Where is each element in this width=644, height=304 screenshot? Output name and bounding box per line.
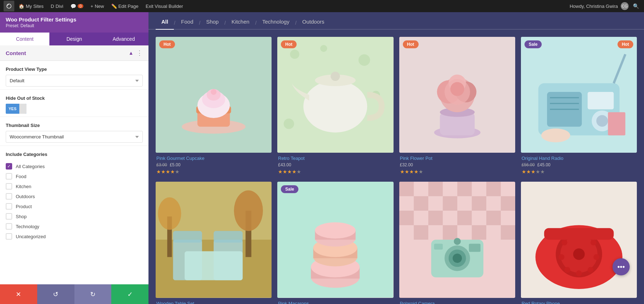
svg-rect-66 [414,196,428,211]
divi-button[interactable]: D Divi [48,2,66,10]
sidebar: Woo Product Filter Settings Preset: Defa… [0,12,148,304]
product-image-wrap[interactable]: Sale [277,182,393,298]
product-image [277,182,393,298]
list-item: Hot Pink Gourmet Cupcake £3.00 £5.00 ★★★… [156,37,272,176]
svg-rect-38 [608,112,625,136]
filter-tab-all[interactable]: All [156,16,174,29]
include-categories-label: Include Categories [6,152,143,157]
svg-rect-70 [399,211,414,225]
list-item: Sale Pink Macarons £25.00 £15.00 ★★★★★ [277,182,393,304]
product-image-wrap[interactable]: Hot [277,37,393,153]
category-technology-checkbox[interactable] [6,223,12,230]
svg-rect-62 [399,182,414,196]
fab-button[interactable]: ••• [613,258,630,275]
svg-rect-74 [414,225,428,240]
exit-builder-button[interactable]: Exit Visual Builder [143,2,186,10]
category-food: Food [6,171,143,181]
svg-point-36 [596,115,608,127]
wordpress-logo[interactable] [4,1,14,11]
product-image [521,37,637,153]
category-product-checkbox[interactable] [6,203,12,210]
category-kitchen-checkbox[interactable] [6,183,12,190]
tab-advanced[interactable]: Advanced [99,33,148,45]
category-kitchen-label: Kitchen [16,184,31,189]
redo-button[interactable]: ↻ [74,284,112,304]
tab-design[interactable]: Design [49,33,99,45]
category-food-checkbox[interactable] [6,173,12,180]
product-image [277,37,393,153]
filter-tab-technology[interactable]: Technology [257,16,295,29]
category-outdoors-checkbox[interactable] [6,193,12,200]
svg-rect-67 [443,196,457,211]
filter-tab-food[interactable]: Food [175,16,199,29]
toggle-no-label [19,104,26,114]
edit-page-button[interactable]: ✏️ Edit Page [108,2,141,10]
hide-out-of-stock-toggle-row: YES [6,104,143,114]
product-view-type-select[interactable]: Default List Grid [6,75,143,87]
section-menu-button[interactable]: ⋮ [136,49,143,57]
content-section-header: Content ▲ ⋮ [0,45,148,61]
svg-point-39 [541,128,570,142]
product-image-wrap[interactable] [521,182,637,298]
product-info: Pink Flower Pot £32.00 ★★★★★ [399,153,515,176]
svg-rect-75 [443,225,457,240]
comments-button[interactable]: 💬 0 [68,2,86,10]
svg-rect-46 [185,251,243,280]
product-image-wrap[interactable]: Hot [399,37,515,153]
product-price: £3.00 £5.00 [156,162,271,167]
product-name: Original Hand Radio [522,156,636,161]
save-button[interactable]: ✓ [111,284,148,304]
product-badge: Hot [159,40,175,48]
redo-icon: ↻ [90,290,96,298]
thumbnail-size-label: Thumbnail Size [6,123,143,128]
product-info: Pink Macarons £25.00 £15.00 ★★★★★ [277,298,393,304]
list-item: Red Rotary Phone £42.00 ★★★★★ [521,182,637,304]
fab-icon: ••• [617,263,625,271]
svg-rect-82 [469,244,480,252]
product-image [156,37,272,153]
product-image-wrap[interactable]: Sale Hot [521,37,637,153]
list-item: Polaroid Camera £200.00 [399,182,515,304]
product-image-wrap[interactable] [156,182,272,298]
product-image-wrap[interactable]: Hot [156,37,272,153]
svg-point-92 [587,267,593,273]
product-info: Wooden Table Set £87.00 [156,298,272,304]
svg-point-95 [558,254,564,260]
thumbnail-size-select[interactable]: Woocommerce Thumbnail Full Medium Large [6,131,143,143]
price-new: £43.00 [278,162,291,167]
filter-tabs: All / Food / Shop / Kitchen / Technology… [148,12,644,30]
product-image [399,37,515,153]
avatar: CG [621,2,629,10]
list-item: Hot Retro Teapot £43.00 ★★★★★ [277,37,393,176]
undo-button[interactable]: ↺ [37,284,74,304]
category-all-checkbox[interactable]: ✓ [6,163,12,170]
sidebar-preset: Preset: Default [6,23,143,28]
search-icon[interactable]: 🔍 [631,2,640,10]
category-uncategorized-checkbox[interactable] [6,233,12,240]
new-button[interactable]: + New [88,2,107,10]
cancel-button[interactable]: ✕ [0,284,37,304]
hide-out-of-stock-toggle[interactable]: YES [6,104,26,114]
filter-tab-outdoors[interactable]: Outdoors [297,16,330,29]
section-collapse-button[interactable]: ▲ [128,50,133,56]
admin-bar-right: Howdy, Christina Gwira CG 🔍 [570,2,640,10]
product-badge-hot: Hot [618,40,633,48]
svg-rect-97 [544,228,614,240]
tab-content[interactable]: Content [0,33,49,45]
svg-point-90 [590,240,596,245]
svg-point-14 [284,119,294,129]
svg-point-93 [576,270,582,276]
action-bar: ✕ ↺ ↻ ✓ [0,284,148,304]
product-image-wrap[interactable] [399,182,515,298]
my-sites-button[interactable]: 🏠 My Sites [16,2,47,10]
filter-tab-kitchen[interactable]: Kitchen [226,16,255,29]
svg-rect-65 [486,182,501,196]
filter-tab-shop[interactable]: Shop [200,16,224,29]
product-price: £56.00 £45.00 [522,162,636,167]
category-shop-checkbox[interactable] [6,213,12,220]
category-shop-label: Shop [16,214,26,219]
svg-point-12 [358,54,370,66]
category-all: ✓ All Categories [6,161,143,171]
product-name: Pink Gourmet Cupcake [156,156,271,161]
svg-rect-83 [434,244,443,250]
